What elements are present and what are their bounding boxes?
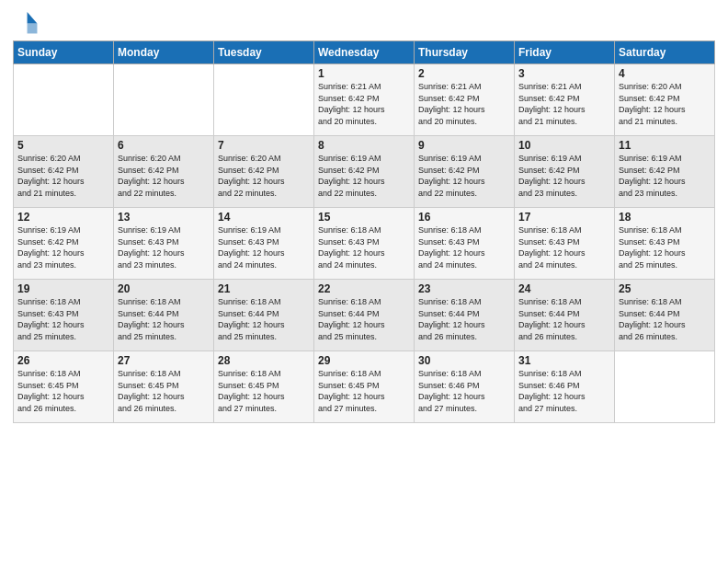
- day-cell: 2Sunrise: 6:21 AM Sunset: 6:42 PM Daylig…: [415, 64, 515, 136]
- day-cell: 23Sunrise: 6:18 AM Sunset: 6:44 PM Dayli…: [415, 280, 515, 351]
- day-number: 17: [518, 211, 610, 224]
- day-number: 22: [318, 282, 410, 295]
- day-cell: 13Sunrise: 6:19 AM Sunset: 6:43 PM Dayli…: [114, 208, 214, 280]
- day-cell: 27Sunrise: 6:18 AM Sunset: 6:45 PM Dayli…: [114, 351, 214, 423]
- day-number: 26: [17, 354, 109, 367]
- day-cell: 9Sunrise: 6:19 AM Sunset: 6:42 PM Daylig…: [415, 136, 515, 208]
- page: SundayMondayTuesdayWednesdayThursdayFrid…: [0, 0, 728, 563]
- day-number: 27: [118, 354, 210, 367]
- header-cell-friday: Friday: [515, 41, 615, 64]
- day-number: 2: [418, 67, 510, 80]
- day-cell: [114, 64, 214, 136]
- day-info: Sunrise: 6:21 AM Sunset: 6:42 PM Dayligh…: [418, 81, 510, 127]
- header-cell-monday: Monday: [114, 41, 214, 64]
- day-cell: 25Sunrise: 6:18 AM Sunset: 6:44 PM Dayli…: [615, 280, 715, 351]
- day-cell: 16Sunrise: 6:18 AM Sunset: 6:43 PM Dayli…: [415, 208, 515, 280]
- day-cell: 8Sunrise: 6:19 AM Sunset: 6:42 PM Daylig…: [314, 136, 415, 208]
- day-cell: 19Sunrise: 6:18 AM Sunset: 6:43 PM Dayli…: [14, 280, 114, 351]
- day-info: Sunrise: 6:20 AM Sunset: 6:42 PM Dayligh…: [17, 153, 109, 199]
- day-number: 29: [318, 354, 410, 367]
- day-info: Sunrise: 6:21 AM Sunset: 6:42 PM Dayligh…: [518, 81, 610, 127]
- day-cell: 24Sunrise: 6:18 AM Sunset: 6:44 PM Dayli…: [515, 280, 615, 351]
- day-number: 14: [218, 211, 310, 224]
- day-cell: [14, 64, 114, 136]
- day-info: Sunrise: 6:18 AM Sunset: 6:43 PM Dayligh…: [17, 296, 109, 342]
- day-info: Sunrise: 6:18 AM Sunset: 6:43 PM Dayligh…: [518, 224, 610, 270]
- day-info: Sunrise: 6:20 AM Sunset: 6:42 PM Dayligh…: [118, 153, 210, 199]
- day-number: 19: [17, 282, 109, 295]
- logo: [13, 9, 42, 35]
- day-info: Sunrise: 6:19 AM Sunset: 6:43 PM Dayligh…: [218, 224, 310, 270]
- day-number: 6: [118, 139, 210, 152]
- day-cell: 15Sunrise: 6:18 AM Sunset: 6:43 PM Dayli…: [314, 208, 415, 280]
- day-number: 1: [318, 67, 410, 80]
- day-info: Sunrise: 6:18 AM Sunset: 6:44 PM Dayligh…: [619, 296, 711, 342]
- day-number: 16: [418, 211, 510, 224]
- header-row: SundayMondayTuesdayWednesdayThursdayFrid…: [14, 41, 715, 64]
- day-number: 11: [619, 139, 711, 152]
- day-cell: 28Sunrise: 6:18 AM Sunset: 6:45 PM Dayli…: [214, 351, 314, 423]
- header-cell-saturday: Saturday: [615, 41, 715, 64]
- day-info: Sunrise: 6:19 AM Sunset: 6:43 PM Dayligh…: [118, 224, 210, 270]
- day-number: 4: [619, 67, 711, 80]
- day-number: 3: [518, 67, 610, 80]
- day-info: Sunrise: 6:20 AM Sunset: 6:42 PM Dayligh…: [619, 81, 711, 127]
- day-cell: 22Sunrise: 6:18 AM Sunset: 6:44 PM Dayli…: [314, 280, 415, 351]
- day-cell: 7Sunrise: 6:20 AM Sunset: 6:42 PM Daylig…: [214, 136, 314, 208]
- day-info: Sunrise: 6:19 AM Sunset: 6:42 PM Dayligh…: [619, 153, 711, 199]
- day-cell: 31Sunrise: 6:18 AM Sunset: 6:46 PM Dayli…: [515, 351, 615, 423]
- day-number: 7: [218, 139, 310, 152]
- day-info: Sunrise: 6:18 AM Sunset: 6:44 PM Dayligh…: [118, 296, 210, 342]
- day-info: Sunrise: 6:19 AM Sunset: 6:42 PM Dayligh…: [518, 153, 610, 199]
- day-cell: 21Sunrise: 6:18 AM Sunset: 6:44 PM Dayli…: [214, 280, 314, 351]
- day-number: 20: [118, 282, 210, 295]
- day-cell: 6Sunrise: 6:20 AM Sunset: 6:42 PM Daylig…: [114, 136, 214, 208]
- week-row-2: 5Sunrise: 6:20 AM Sunset: 6:42 PM Daylig…: [14, 136, 715, 208]
- day-info: Sunrise: 6:18 AM Sunset: 6:43 PM Dayligh…: [318, 224, 410, 270]
- day-cell: [615, 351, 715, 423]
- week-row-4: 19Sunrise: 6:18 AM Sunset: 6:43 PM Dayli…: [14, 280, 715, 351]
- calendar-table: SundayMondayTuesdayWednesdayThursdayFrid…: [13, 40, 715, 423]
- day-info: Sunrise: 6:18 AM Sunset: 6:45 PM Dayligh…: [118, 368, 210, 414]
- day-number: 23: [418, 282, 510, 295]
- day-number: 13: [118, 211, 210, 224]
- day-cell: 10Sunrise: 6:19 AM Sunset: 6:42 PM Dayli…: [515, 136, 615, 208]
- day-info: Sunrise: 6:18 AM Sunset: 6:46 PM Dayligh…: [418, 368, 510, 414]
- day-cell: 1Sunrise: 6:21 AM Sunset: 6:42 PM Daylig…: [314, 64, 415, 136]
- day-number: 18: [619, 211, 711, 224]
- logo-icon: [13, 9, 39, 35]
- day-cell: 17Sunrise: 6:18 AM Sunset: 6:43 PM Dayli…: [515, 208, 615, 280]
- day-info: Sunrise: 6:18 AM Sunset: 6:45 PM Dayligh…: [218, 368, 310, 414]
- day-number: 31: [518, 354, 610, 367]
- header-cell-sunday: Sunday: [14, 41, 114, 64]
- day-info: Sunrise: 6:20 AM Sunset: 6:42 PM Dayligh…: [218, 153, 310, 199]
- day-cell: [214, 64, 314, 136]
- day-number: 9: [418, 139, 510, 152]
- day-cell: 4Sunrise: 6:20 AM Sunset: 6:42 PM Daylig…: [615, 64, 715, 136]
- day-info: Sunrise: 6:18 AM Sunset: 6:45 PM Dayligh…: [318, 368, 410, 414]
- day-number: 12: [17, 211, 109, 224]
- day-cell: 30Sunrise: 6:18 AM Sunset: 6:46 PM Dayli…: [415, 351, 515, 423]
- day-info: Sunrise: 6:18 AM Sunset: 6:44 PM Dayligh…: [218, 296, 310, 342]
- day-info: Sunrise: 6:18 AM Sunset: 6:44 PM Dayligh…: [518, 296, 610, 342]
- day-cell: 14Sunrise: 6:19 AM Sunset: 6:43 PM Dayli…: [214, 208, 314, 280]
- day-number: 8: [318, 139, 410, 152]
- week-row-5: 26Sunrise: 6:18 AM Sunset: 6:45 PM Dayli…: [14, 351, 715, 423]
- header: [13, 9, 715, 35]
- day-number: 15: [318, 211, 410, 224]
- day-cell: 20Sunrise: 6:18 AM Sunset: 6:44 PM Dayli…: [114, 280, 214, 351]
- day-number: 28: [218, 354, 310, 367]
- day-cell: 3Sunrise: 6:21 AM Sunset: 6:42 PM Daylig…: [515, 64, 615, 136]
- day-cell: 5Sunrise: 6:20 AM Sunset: 6:42 PM Daylig…: [14, 136, 114, 208]
- day-info: Sunrise: 6:18 AM Sunset: 6:43 PM Dayligh…: [418, 224, 510, 270]
- day-cell: 29Sunrise: 6:18 AM Sunset: 6:45 PM Dayli…: [314, 351, 415, 423]
- day-info: Sunrise: 6:18 AM Sunset: 6:43 PM Dayligh…: [619, 224, 711, 270]
- week-row-3: 12Sunrise: 6:19 AM Sunset: 6:42 PM Dayli…: [14, 208, 715, 280]
- header-cell-tuesday: Tuesday: [214, 41, 314, 64]
- day-number: 30: [418, 354, 510, 367]
- day-cell: 26Sunrise: 6:18 AM Sunset: 6:45 PM Dayli…: [14, 351, 114, 423]
- day-info: Sunrise: 6:19 AM Sunset: 6:42 PM Dayligh…: [418, 153, 510, 199]
- day-number: 24: [518, 282, 610, 295]
- day-info: Sunrise: 6:18 AM Sunset: 6:45 PM Dayligh…: [17, 368, 109, 414]
- day-number: 25: [619, 282, 711, 295]
